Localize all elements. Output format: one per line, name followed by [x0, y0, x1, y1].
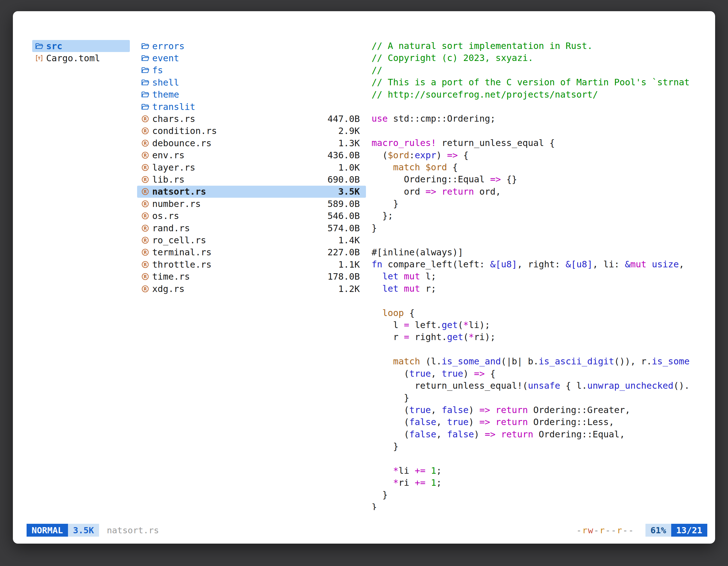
rust-icon: R [141, 212, 149, 220]
code-line: loop { [372, 307, 705, 319]
code-line: } [372, 440, 705, 452]
file-permissions: -rw-r--r-- [576, 525, 634, 535]
status-filename: natsort.rs [107, 525, 159, 535]
file-size: 227.0B [327, 247, 366, 258]
code-line: let mut r; [372, 283, 705, 295]
code-line: #[inline(always)] [372, 247, 705, 259]
file-size: 1.0K [338, 162, 366, 173]
file-name: time.rs [152, 271, 190, 282]
file-list-item[interactable]: R lib.rs 690.0B [137, 173, 366, 186]
code-line: } [372, 198, 705, 210]
file-name: os.rs [152, 211, 179, 221]
code-line: // [372, 64, 705, 76]
code-line: // A natural sort implementation in Rust… [372, 40, 705, 52]
file-list-item[interactable]: R debounce.rs 1.3K [137, 137, 366, 149]
file-size: 436.0B [327, 150, 366, 161]
folder-open-icon [141, 91, 149, 98]
file-preview-pane[interactable]: // A natural sort implementation in Rust… [372, 40, 705, 510]
toml-icon: T [35, 54, 43, 62]
file-list-item[interactable]: R number.rs 589.0B [137, 198, 366, 210]
file-name: lib.rs [152, 174, 185, 185]
svg-text:R: R [144, 238, 147, 243]
code-line: // Copyright (c) 2023, sxyazi. [372, 52, 705, 64]
code-line [372, 234, 705, 246]
file-list-item[interactable]: R env.rs 436.0B [137, 149, 366, 161]
file-size: 1.4K [338, 235, 366, 246]
code-line: *li += 1; [372, 465, 705, 477]
file-list-item[interactable]: translit [137, 101, 366, 113]
code-line: (true, false) => return Ordering::Greate… [372, 404, 705, 416]
folder-open-icon [141, 43, 149, 50]
scroll-percent-badge: 61% [645, 524, 671, 537]
file-name: number.rs [152, 199, 201, 209]
code-line: match (l.is_some_and(|b| b.is_ascii_digi… [372, 355, 705, 367]
file-size: 589.0B [327, 199, 366, 209]
file-list-item[interactable]: R natsort.rs 3.5K [137, 186, 366, 198]
file-list-item[interactable]: errors [137, 40, 366, 52]
status-bar-left: NORMAL 3.5K natsort.rs [27, 524, 159, 537]
svg-text:R: R [144, 177, 147, 182]
parent-list-item[interactable]: T Cargo.toml [32, 52, 130, 64]
folder-open-icon [141, 67, 149, 74]
file-size: 2.9K [338, 126, 366, 136]
code-line: } [372, 501, 705, 510]
file-list-item[interactable]: fs [137, 64, 366, 76]
code-line: // http://sourcefrog.net/projects/natsor… [372, 89, 705, 101]
rust-icon: R [141, 139, 149, 147]
svg-text:R: R [144, 286, 147, 291]
folder-open-icon [141, 79, 149, 86]
file-list-item[interactable]: R ro_cell.rs 1.4K [137, 234, 366, 246]
code-line: } [372, 222, 705, 234]
file-list-item[interactable]: R time.rs 178.0B [137, 271, 366, 283]
file-list-item[interactable]: R xdg.rs 1.2K [137, 283, 366, 295]
code-line: (false, true) => return Ordering::Less, [372, 416, 705, 428]
file-list-item[interactable]: R terminal.rs 227.0B [137, 247, 366, 259]
file-list-item[interactable]: shell [137, 76, 366, 88]
code-line: match $ord { [372, 161, 705, 173]
mode-badge: NORMAL [27, 524, 68, 537]
file-size: 178.0B [327, 271, 366, 282]
status-bar: NORMAL 3.5K natsort.rs -rw-r--r-- 61% 13… [13, 524, 715, 537]
rust-icon: R [141, 248, 149, 256]
code-line [372, 125, 705, 137]
code-line: ord => return ord, [372, 186, 705, 198]
folder-open-icon [35, 43, 43, 50]
file-name: terminal.rs [152, 247, 212, 258]
rust-icon: R [141, 151, 149, 159]
rust-icon: R [141, 164, 149, 172]
parent-list-item[interactable]: src [32, 40, 130, 52]
file-name: debounce.rs [152, 138, 212, 149]
svg-text:R: R [144, 141, 147, 146]
file-size: 546.0B [327, 211, 366, 221]
code-line: return_unless_equal!(unsafe { l.unwrap_u… [372, 380, 705, 392]
file-name: src [46, 41, 62, 51]
svg-text:T: T [38, 56, 41, 60]
code-line [372, 343, 705, 355]
svg-text:R: R [144, 165, 147, 170]
file-name: errors [152, 41, 185, 51]
folder-open-icon [141, 55, 149, 62]
file-list-item[interactable]: theme [137, 89, 366, 101]
rust-icon: R [141, 188, 149, 196]
file-list-item[interactable]: R rand.rs 574.0B [137, 222, 366, 234]
code-line: macro_rules! return_unless_equal { [372, 137, 705, 149]
file-name: env.rs [152, 150, 185, 161]
code-line: (false, false) => return Ordering::Equal… [372, 428, 705, 440]
file-list-item[interactable]: R condition.rs 2.9K [137, 125, 366, 137]
rust-icon: R [141, 200, 149, 208]
svg-text:R: R [144, 250, 147, 255]
file-list-item[interactable]: R layer.rs 1.0K [137, 161, 366, 173]
file-list-item[interactable]: R os.rs 546.0B [137, 210, 366, 222]
svg-text:R: R [144, 274, 147, 280]
code-line [372, 295, 705, 307]
code-line: use std::cmp::Ordering; [372, 113, 705, 125]
file-list-item[interactable]: R throttle.rs 1.1K [137, 259, 366, 271]
folder-open-icon [141, 104, 149, 110]
code-line: }; [372, 210, 705, 222]
file-list-item[interactable]: event [137, 52, 366, 64]
rust-icon: R [141, 127, 149, 135]
code-line: ($ord:expr) => { [372, 149, 705, 161]
rust-icon: R [141, 176, 149, 184]
file-list-item[interactable]: R chars.rs 447.0B [137, 113, 366, 125]
code-line: // This is a port of the C version of Ma… [372, 76, 705, 88]
